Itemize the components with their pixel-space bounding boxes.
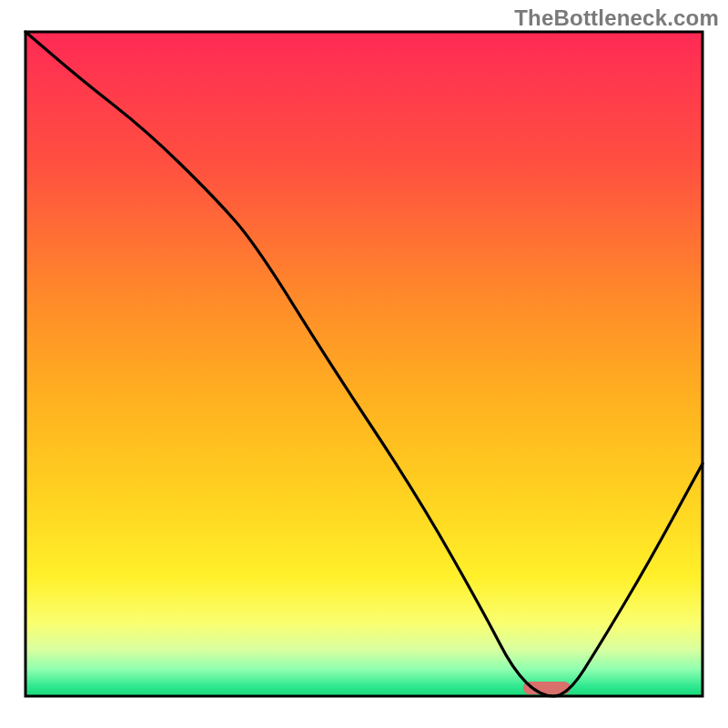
- plot-background: [25, 32, 703, 696]
- bottleneck-chart: TheBottleneck.com: [0, 0, 728, 728]
- chart-svg: [0, 0, 728, 728]
